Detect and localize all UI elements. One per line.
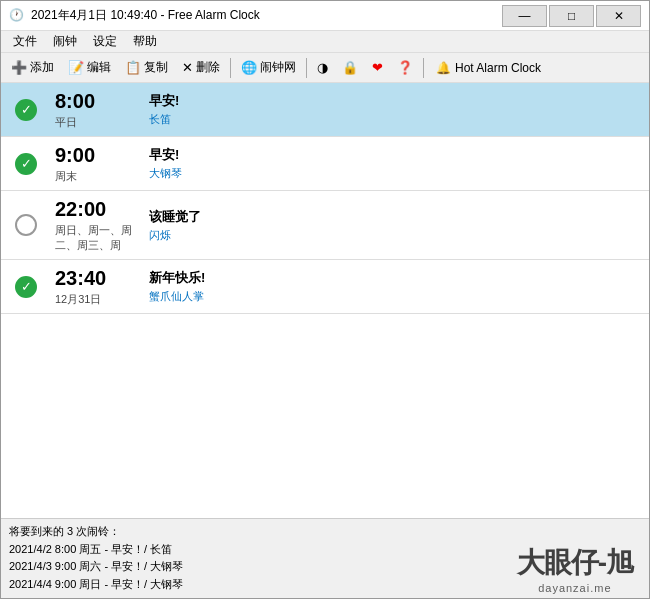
web-label: 闹钟网 <box>260 59 296 76</box>
close-button[interactable]: ✕ <box>596 5 641 27</box>
alarm-check-2[interactable]: ✓ <box>1 137 51 190</box>
add-label: 添加 <box>30 59 54 76</box>
heart-button[interactable]: ❤ <box>366 56 389 80</box>
add-icon: ➕ <box>11 60 27 75</box>
maximize-button[interactable]: □ <box>549 5 594 27</box>
alarm-days-1: 平日 <box>55 115 137 130</box>
copy-label: 复制 <box>144 59 168 76</box>
edit-button[interactable]: 📝 编辑 <box>62 56 117 80</box>
check-icon-4: ✓ <box>15 276 37 298</box>
web-button[interactable]: 🌐 闹钟网 <box>235 56 302 80</box>
theme-icon: ◑ <box>317 60 328 75</box>
separator-2 <box>306 58 307 78</box>
alarm-check-1[interactable]: ✓ <box>1 83 51 136</box>
alarm-row[interactable]: ✓ 9:00 周末 早安! 大钢琴 <box>1 137 649 191</box>
hot-alarm-link[interactable]: 🔔 Hot Alarm Clock <box>436 61 541 75</box>
theme-button[interactable]: ◑ <box>311 56 334 80</box>
alarm-row[interactable]: ✓ 22:00 周日、周一、周二、周三、周 该睡觉了 闪烁 <box>1 191 649 260</box>
upcoming-label: 将要到来的 3 次闹铃： <box>9 523 517 541</box>
alarm-row[interactable]: ✓ 23:40 12月31日 新年快乐! 蟹爪仙人掌 <box>1 260 649 314</box>
alarm-time-block-1: 8:00 平日 <box>51 83 141 136</box>
watermark-line2: dayanzai.me <box>538 582 611 594</box>
delete-icon: ✕ <box>182 60 193 75</box>
alarm-list: ✓ 8:00 平日 早安! 长笛 ✓ 9:00 周末 早安! 大钢琴 <box>1 83 649 518</box>
upcoming-item-2: 2021/4/3 9:00 周六 - 早安！/ 大钢琴 <box>9 558 517 576</box>
alarm-title-3: 该睡觉了 <box>149 208 641 226</box>
menu-file[interactable]: 文件 <box>5 31 45 52</box>
alarm-row[interactable]: ✓ 8:00 平日 早安! 长笛 <box>1 83 649 137</box>
alarm-info-3: 该睡觉了 闪烁 <box>141 191 649 259</box>
minimize-button[interactable]: — <box>502 5 547 27</box>
alarm-check-4[interactable]: ✓ <box>1 260 51 313</box>
delete-button[interactable]: ✕ 删除 <box>176 56 226 80</box>
check-icon-1: ✓ <box>15 99 37 121</box>
main-window: 🕐 2021年4月1日 10:49:40 - Free Alarm Clock … <box>0 0 650 599</box>
check-icon-3: ✓ <box>15 214 37 236</box>
alarm-sound-2: 大钢琴 <box>149 166 641 181</box>
toolbar: ➕ 添加 📝 编辑 📋 复制 ✕ 删除 🌐 闹钟网 ◑ 🔒 ❤ <box>1 53 649 83</box>
app-icon: 🕐 <box>9 8 25 24</box>
upcoming-item-3: 2021/4/4 9:00 周日 - 早安！/ 大钢琴 <box>9 576 517 594</box>
separator-3 <box>423 58 424 78</box>
watermark-line1: 大眼仔-旭 <box>517 544 633 582</box>
copy-button[interactable]: 📋 复制 <box>119 56 174 80</box>
menu-bar: 文件 闹钟 设定 帮助 <box>1 31 649 53</box>
window-title: 2021年4月1日 10:49:40 - Free Alarm Clock <box>31 7 502 24</box>
separator-1 <box>230 58 231 78</box>
lock-button[interactable]: 🔒 <box>336 56 364 80</box>
alarm-time-2: 9:00 <box>55 143 137 167</box>
add-button[interactable]: ➕ 添加 <box>5 56 60 80</box>
menu-settings[interactable]: 设定 <box>85 31 125 52</box>
lock-icon: 🔒 <box>342 60 358 75</box>
check-icon-2: ✓ <box>15 153 37 175</box>
upcoming-item-1: 2021/4/2 8:00 周五 - 早安！/ 长笛 <box>9 541 517 559</box>
alarm-info-4: 新年快乐! 蟹爪仙人掌 <box>141 260 649 313</box>
hot-alarm-icon: 🔔 <box>436 61 451 75</box>
alarm-days-4: 12月31日 <box>55 292 137 307</box>
edit-label: 编辑 <box>87 59 111 76</box>
alarm-sound-1: 长笛 <box>149 112 641 127</box>
status-text: 将要到来的 3 次闹铃： 2021/4/2 8:00 周五 - 早安！/ 长笛 … <box>9 523 517 594</box>
window-controls: — □ ✕ <box>502 5 641 27</box>
alarm-title-2: 早安! <box>149 146 641 164</box>
alarm-info-2: 早安! 大钢琴 <box>141 137 649 190</box>
alarm-time-1: 8:00 <box>55 89 137 113</box>
menu-help[interactable]: 帮助 <box>125 31 165 52</box>
globe-icon: 🌐 <box>241 60 257 75</box>
alarm-sound-3: 闪烁 <box>149 228 641 243</box>
alarm-title-1: 早安! <box>149 92 641 110</box>
hot-alarm-label: Hot Alarm Clock <box>455 61 541 75</box>
heart-icon: ❤ <box>372 60 383 75</box>
alarm-days-3: 周日、周一、周二、周三、周 <box>55 223 137 253</box>
status-bar: 将要到来的 3 次闹铃： 2021/4/2 8:00 周五 - 早安！/ 长笛 … <box>1 518 649 598</box>
alarm-time-block-2: 9:00 周末 <box>51 137 141 190</box>
edit-icon: 📝 <box>68 60 84 75</box>
alarm-days-2: 周末 <box>55 169 137 184</box>
alarm-time-3: 22:00 <box>55 197 137 221</box>
menu-alarm[interactable]: 闹钟 <box>45 31 85 52</box>
alarm-time-4: 23:40 <box>55 266 137 290</box>
alarm-check-3[interactable]: ✓ <box>1 191 51 259</box>
alarm-info-1: 早安! 长笛 <box>141 83 649 136</box>
watermark: 大眼仔-旭 dayanzai.me <box>517 523 641 594</box>
delete-label: 删除 <box>196 59 220 76</box>
title-bar: 🕐 2021年4月1日 10:49:40 - Free Alarm Clock … <box>1 1 649 31</box>
copy-icon: 📋 <box>125 60 141 75</box>
alarm-time-block-3: 22:00 周日、周一、周二、周三、周 <box>51 191 141 259</box>
help-button[interactable]: ❓ <box>391 56 419 80</box>
alarm-title-4: 新年快乐! <box>149 269 641 287</box>
alarm-sound-4: 蟹爪仙人掌 <box>149 289 641 304</box>
alarm-time-block-4: 23:40 12月31日 <box>51 260 141 313</box>
help-icon: ❓ <box>397 60 413 75</box>
